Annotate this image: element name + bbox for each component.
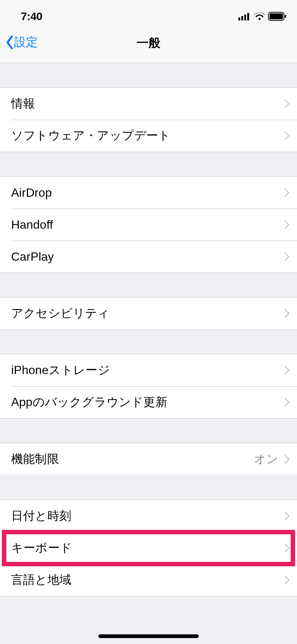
chevron-right-icon xyxy=(284,220,290,229)
settings-row-restrictions[interactable]: 機能制限 オン xyxy=(0,443,297,475)
settings-row-iphone-storage[interactable]: iPhoneストレージ xyxy=(0,354,297,386)
chevron-right-icon xyxy=(284,366,290,375)
battery-icon xyxy=(268,12,287,21)
settings-row-date-time[interactable]: 日付と時刻 xyxy=(0,500,297,532)
svg-rect-2 xyxy=(244,15,246,20)
svg-rect-3 xyxy=(247,13,249,20)
back-chevron-icon xyxy=(5,35,14,50)
row-label: 日付と時刻 xyxy=(11,508,284,524)
row-label: アクセシビリティ xyxy=(11,305,284,322)
row-label: Handoff xyxy=(11,218,284,232)
row-label: iPhoneストレージ xyxy=(11,362,284,379)
settings-row-language-region[interactable]: 言語と地域 xyxy=(0,564,297,596)
settings-group: 機能制限 オン xyxy=(0,443,297,476)
row-label: 情報 xyxy=(11,96,284,112)
nav-bar: 設定 一般 xyxy=(0,33,297,63)
settings-row-airdrop[interactable]: AirDrop xyxy=(0,177,297,209)
svg-point-4 xyxy=(258,18,261,20)
row-label: CarPlay xyxy=(11,250,284,264)
settings-group: 情報 ソフトウェア・アップデート xyxy=(0,87,297,152)
svg-rect-0 xyxy=(238,17,240,20)
settings-row-background-app-refresh[interactable]: Appのバックグラウンド更新 xyxy=(0,386,297,418)
row-label: 言語と地域 xyxy=(11,572,284,588)
cellular-icon xyxy=(238,12,251,20)
page-title: 一般 xyxy=(137,35,160,51)
back-button[interactable]: 設定 xyxy=(0,33,38,51)
row-label: Appのバックグラウンド更新 xyxy=(11,394,284,410)
settings-row-information[interactable]: 情報 xyxy=(0,88,297,120)
row-label: 機能制限 xyxy=(11,451,254,467)
chevron-right-icon xyxy=(284,544,290,553)
chevron-right-icon xyxy=(284,99,290,108)
back-label: 設定 xyxy=(14,34,38,51)
wifi-icon xyxy=(254,12,265,20)
chevron-right-icon xyxy=(284,398,290,407)
status-indicators xyxy=(238,12,287,21)
settings-list[interactable]: 情報 ソフトウェア・アップデート AirDrop Handoff CarPlay… xyxy=(0,63,297,596)
chevron-right-icon xyxy=(284,309,290,318)
settings-group: AirDrop Handoff CarPlay xyxy=(0,176,297,273)
row-label: キーボード xyxy=(11,540,284,556)
chevron-right-icon xyxy=(284,252,290,261)
settings-row-software-update[interactable]: ソフトウェア・アップデート xyxy=(0,120,297,152)
status-time: 7:40 xyxy=(21,10,42,23)
settings-row-handoff[interactable]: Handoff xyxy=(0,209,297,241)
settings-group: iPhoneストレージ Appのバックグラウンド更新 xyxy=(0,354,297,419)
row-label: ソフトウェア・アップデート xyxy=(11,128,284,144)
row-label: AirDrop xyxy=(11,186,284,200)
settings-row-accessibility[interactable]: アクセシビリティ xyxy=(0,297,297,329)
svg-rect-1 xyxy=(241,16,243,20)
chevron-right-icon xyxy=(284,576,290,585)
svg-rect-7 xyxy=(285,15,286,18)
settings-row-keyboard[interactable]: キーボード xyxy=(0,532,297,564)
status-bar: 7:40 xyxy=(0,0,297,33)
chevron-right-icon xyxy=(284,188,290,197)
chevron-right-icon xyxy=(284,512,290,521)
row-value: オン xyxy=(254,451,278,467)
settings-group: アクセシビリティ xyxy=(0,297,297,330)
home-indicator[interactable] xyxy=(98,634,199,638)
svg-rect-6 xyxy=(270,13,283,19)
chevron-right-icon xyxy=(284,131,290,140)
settings-group: 日付と時刻 キーボード 言語と地域 xyxy=(0,500,297,596)
settings-row-carplay[interactable]: CarPlay xyxy=(0,241,297,273)
chevron-right-icon xyxy=(284,455,290,464)
